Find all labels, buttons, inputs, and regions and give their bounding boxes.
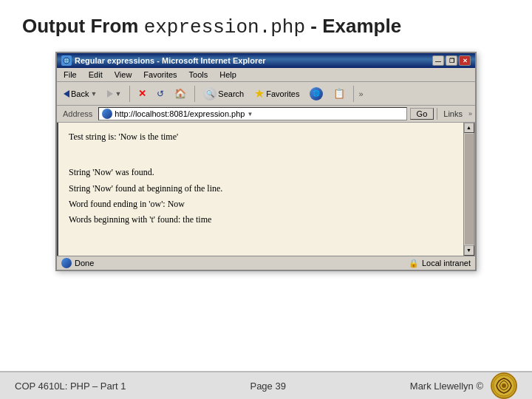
favorites-label: Favorites: [266, 89, 299, 98]
menu-favorites[interactable]: Favorites: [141, 69, 179, 80]
stop-button[interactable]: ✕: [134, 86, 150, 101]
toolbar-sep-2: [194, 86, 195, 102]
refresh-icon: ↺: [157, 89, 164, 99]
status-done-text: Done: [75, 259, 94, 267]
content-line-3: String 'Now' found at beginning of the l…: [69, 182, 451, 196]
slide-title: Output From expression.php - Example: [22, 15, 510, 38]
forward-button[interactable]: ▼: [103, 88, 125, 100]
media-button[interactable]: 🌐: [306, 85, 327, 103]
titlebar-buttons: — ❐ ✕: [432, 55, 471, 66]
titlebar-left: Regular expressions - Microsoft Internet…: [61, 55, 266, 66]
browser-statusbar: Done 🔒 Local intranet: [57, 256, 475, 270]
forward-arrow-icon: [107, 90, 113, 98]
footer-course: COP 4610L: PHP – Part 1: [15, 381, 126, 392]
menu-file[interactable]: File: [61, 69, 79, 80]
address-label: Address: [60, 109, 95, 119]
scroll-thumb[interactable]: [465, 134, 474, 245]
menu-view[interactable]: View: [112, 69, 134, 80]
refresh-button[interactable]: ↺: [153, 86, 168, 101]
status-right: 🔒 Local intranet: [409, 259, 471, 268]
scroll-up-arrow[interactable]: ▲: [464, 123, 474, 133]
status-lock-icon: 🔒: [409, 259, 419, 268]
menu-help[interactable]: Help: [217, 69, 239, 80]
go-button[interactable]: Go: [410, 108, 434, 120]
titlebar-text: Regular expressions - Microsoft Internet…: [75, 56, 266, 65]
search-icon: 🔍: [203, 87, 216, 100]
browser-content: Test string is: 'Now is the time' String…: [57, 123, 475, 256]
search-button[interactable]: 🔍 Search: [200, 85, 248, 103]
browser-titlebar: Regular expressions - Microsoft Internet…: [57, 53, 475, 68]
content-text-area: Test string is: 'Now is the time' String…: [69, 130, 463, 227]
menu-edit[interactable]: Edit: [86, 69, 105, 80]
title-prefix: Output From: [22, 15, 144, 37]
browser-menubar: File Edit View Favorites Tools Help: [57, 68, 475, 82]
address-url: http://localhost:8081/expression.php: [115, 109, 245, 118]
browser-addressbar: Address http://localhost:8081/expression…: [57, 106, 475, 123]
content-gap-1: [69, 146, 451, 160]
stop-icon: ✕: [138, 88, 146, 99]
footer-page: Page 39: [250, 381, 285, 392]
media-globe-icon: 🌐: [310, 87, 323, 100]
back-label: Back: [71, 89, 89, 98]
content-line-1: Test string is: 'Now is the time': [69, 130, 451, 144]
address-globe-icon: [102, 109, 112, 119]
footer-bar: COP 4610L: PHP – Part 1 Page 39 Mark Lle…: [0, 371, 532, 399]
content-line-2: String 'Now' was found.: [69, 166, 451, 180]
back-arrow-icon: [64, 90, 69, 98]
toolbar-sep-1: [129, 86, 130, 102]
toolbar-sep-3: [353, 86, 354, 102]
back-dropdown-icon: ▼: [90, 90, 97, 98]
home-button[interactable]: 🏠: [171, 86, 190, 101]
forward-dropdown-icon: ▼: [115, 90, 121, 98]
favorites-button[interactable]: ★ Favorites: [250, 84, 303, 103]
search-label: Search: [218, 89, 244, 98]
footer-logo: [491, 372, 517, 399]
favorites-star-icon: ★: [254, 86, 265, 100]
toolbar-chevron: »: [358, 89, 363, 98]
scroll-down-arrow[interactable]: ▼: [464, 245, 474, 256]
address-chevron: »: [468, 110, 472, 117]
browser-icon: [61, 55, 72, 66]
title-code: expression.php: [144, 16, 305, 38]
browser-toolbar: Back ▼ ▼ ✕ ↺ 🏠 🔍 Search ★: [57, 82, 475, 106]
close-button[interactable]: ✕: [459, 55, 471, 66]
footer-right: Mark Llewellyn ©: [410, 372, 517, 399]
browser-window: Regular expressions - Microsoft Internet…: [55, 52, 477, 271]
status-globe-icon: [61, 258, 72, 268]
content-line-5: Words beginning with 't' found: the time: [69, 213, 451, 227]
status-left: Done: [61, 258, 94, 268]
status-intranet-text: Local intranet: [422, 259, 471, 267]
history-button[interactable]: 📋: [330, 86, 349, 101]
svg-point-5: [502, 383, 506, 388]
address-dropdown-icon: ▼: [247, 111, 253, 117]
links-label: Links: [440, 109, 466, 119]
address-separator: [437, 108, 437, 120]
restore-button[interactable]: ❐: [446, 55, 457, 66]
title-suffix: - Example: [305, 15, 401, 37]
back-button[interactable]: Back ▼: [60, 87, 100, 100]
menu-tools[interactable]: Tools: [187, 69, 211, 80]
minimize-button[interactable]: —: [432, 55, 444, 66]
address-input[interactable]: http://localhost:8081/expression.php ▼: [98, 107, 406, 120]
scrollbar[interactable]: ▲ ▼: [463, 123, 474, 256]
home-icon: 🏠: [174, 88, 186, 99]
footer-author: Mark Llewellyn ©: [410, 381, 483, 392]
slide: Output From expression.php - Example Reg…: [0, 0, 532, 399]
content-line-4: Word found ending in 'ow': Now: [69, 197, 451, 211]
history-icon: 📋: [333, 88, 345, 99]
